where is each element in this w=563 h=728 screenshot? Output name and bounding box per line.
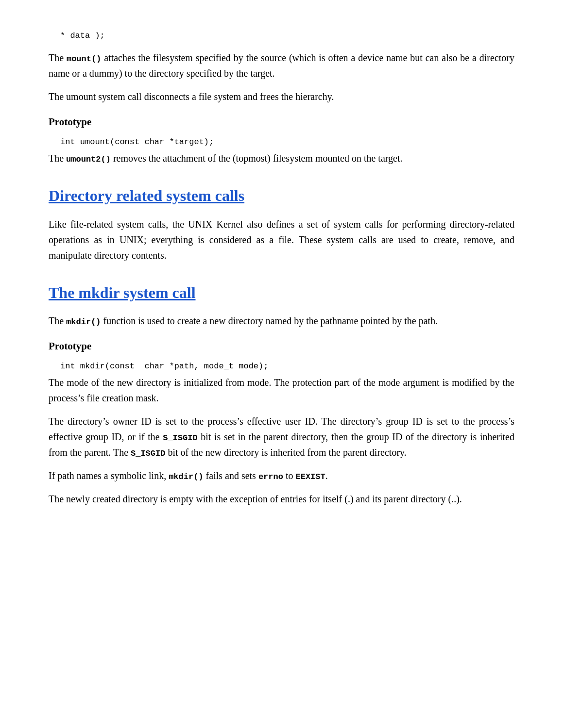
section1-heading[interactable]: Directory related system calls (49, 183, 514, 208)
mount-paragraph: The mount() attaches the filesystem spec… (49, 50, 514, 81)
symlink-text-2: fails and sets (206, 470, 256, 481)
mount-text: attaches the filesystem specified by the… (49, 52, 514, 79)
sisgid-code-1: S_ISGID (163, 433, 197, 443)
prototype-code-1: int umount(const char *target); (49, 133, 514, 150)
sisgid-code-2: S_ISGID (131, 449, 165, 458)
umount-paragraph: The umount system call disconnects a fil… (49, 89, 514, 104)
owner-text-3: bit of the new directory is inherited fr… (165, 447, 406, 458)
symlink-text-3: to (286, 470, 293, 481)
errno-code: errno (258, 472, 283, 481)
symlink-text-4: . (325, 470, 328, 481)
mkdir-code: mkdir() (66, 317, 101, 327)
umount2-paragraph: The umount2() removes the attachment of … (49, 150, 514, 166)
section1-paragraph: Like file-related system calls, the UNIX… (49, 216, 514, 263)
mkdir-prefix: The (49, 315, 64, 326)
symlink-paragraph: If path names a symbolic link, mkdir() f… (49, 468, 514, 483)
eexist-code: EEXIST (295, 472, 325, 481)
top-code-snippet: * data ); (49, 29, 514, 42)
umount2-text: removes the attachment of the (topmost) … (111, 153, 403, 164)
prototype-heading-1: Prototype (49, 114, 514, 131)
symlink-text-1: If path names a symbolic link, (49, 470, 166, 481)
mount-prefix: The (49, 52, 64, 63)
mode-paragraph: The mode of the new directory is initial… (49, 375, 514, 406)
mkdir-paragraph: The mkdir() function is used to create a… (49, 313, 514, 329)
mkdir-text: function is used to create a new directo… (101, 315, 438, 326)
newly-paragraph: The newly created directory is empty wit… (49, 491, 514, 507)
owner-paragraph: The directory’s owner ID is set to the p… (49, 414, 514, 460)
mount-code: mount() (67, 54, 101, 64)
section2-heading[interactable]: The mkdir system call (49, 281, 514, 305)
prototype-code-2: int mkdir(const char *path, mode_t mode)… (49, 358, 514, 375)
umount2-code: umount2() (66, 155, 111, 164)
umount2-prefix: The (49, 153, 64, 164)
prototype-heading-2: Prototype (49, 338, 514, 355)
mkdir-fail-code: mkdir() (169, 472, 203, 481)
